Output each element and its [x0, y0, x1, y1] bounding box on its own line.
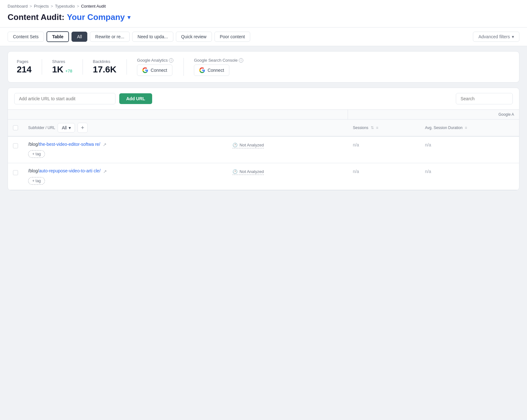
shares-delta: +78: [65, 69, 72, 73]
th-avg-session: Avg. Session Duration ≡: [420, 120, 519, 137]
google-analytics-connect-button[interactable]: Connect: [137, 65, 172, 76]
google-analytics-connect-label: Connect: [151, 68, 167, 73]
main-content: Add URL Google A S: [8, 88, 519, 190]
row2-sessions-cell: n/a: [348, 163, 420, 190]
row2-url-prefix: /blog/: [28, 168, 39, 173]
breadcrumb-projects[interactable]: Projects: [34, 4, 49, 9]
search-wrap: [456, 93, 513, 104]
row2-status-badge[interactable]: 🕐 Not Analyzed: [232, 169, 264, 175]
th-status-group: [227, 110, 348, 120]
breadcrumb: Dashboard > Projects > Typestudio > Cont…: [8, 0, 519, 11]
tab-need-update[interactable]: Need to upda...: [132, 32, 173, 42]
row1-status-label: Not Analyzed: [239, 143, 264, 147]
row2-checkbox-cell: [8, 163, 23, 190]
th-subfolder-url: Subfolder / URL All ▾ +: [23, 120, 227, 137]
google-search-console-connect-button[interactable]: Connect: [194, 65, 229, 76]
row2-external-link-icon[interactable]: ↗: [103, 169, 107, 174]
row2-clock-icon: 🕐: [232, 169, 238, 174]
sessions-sort-icon[interactable]: ⇅: [371, 126, 374, 130]
row2-avg-session-cell: n/a: [420, 163, 519, 190]
tab-content-sets[interactable]: Content Sets: [8, 32, 44, 42]
advanced-filters-button[interactable]: Advanced filters ▾: [473, 32, 519, 42]
backlinks-value: 17.6K: [93, 65, 117, 75]
search-input[interactable]: [456, 93, 513, 104]
row1-checkbox-cell: [8, 136, 23, 163]
row1-sessions-cell: n/a: [348, 136, 420, 163]
google-analytics-section: Google Analytics i Connect: [137, 58, 184, 76]
url-input[interactable]: [14, 93, 115, 104]
row1-avg-session-cell: n/a: [420, 136, 519, 163]
table-wrapper: Google A Subfolder / URL All ▾ +: [8, 110, 519, 190]
stat-shares: Shares 1K +78: [52, 59, 83, 75]
row2-add-tag-button[interactable]: + tag: [28, 177, 45, 185]
tab-all[interactable]: All: [71, 32, 87, 42]
avg-session-filter-icon[interactable]: ≡: [465, 126, 467, 130]
tab-rewrite[interactable]: Rewrite or re...: [90, 32, 130, 42]
row2-status-label: Not Analyzed: [239, 169, 264, 174]
breadcrumb-typestudio[interactable]: Typestudio: [55, 4, 75, 9]
company-dropdown-icon[interactable]: ▾: [127, 14, 130, 21]
breadcrumb-sep-1: >: [30, 4, 32, 9]
google-search-console-logo-icon: [199, 67, 205, 73]
table-body: /blog/the-best-video-editor-softwa re/ ↗…: [8, 136, 519, 190]
row1-url-prefix: /blog/: [28, 142, 39, 147]
th-empty-checkbox: [8, 110, 23, 120]
subfolder-filter-dropdown[interactable]: All ▾: [58, 123, 75, 133]
add-url-button[interactable]: Add URL: [119, 93, 152, 104]
row2-url-path: /blog/auto-repupose-video-to-arti cle/ ↗: [28, 168, 222, 174]
th-sessions[interactable]: Sessions ⇅ ≡: [348, 120, 420, 137]
select-all-checkbox[interactable]: [13, 125, 18, 130]
google-search-console-info-icon[interactable]: i: [239, 58, 243, 63]
tab-table[interactable]: Table: [46, 31, 69, 42]
advanced-filters-label: Advanced filters: [478, 34, 510, 39]
row1-add-tag-button[interactable]: + tag: [28, 150, 45, 158]
nav-tabs: Content Sets Table All Rewrite or re... …: [0, 28, 527, 46]
company-name[interactable]: Your Company: [67, 12, 125, 22]
breadcrumb-sep-3: >: [77, 4, 79, 9]
page-title-text: Content Audit:: [8, 12, 65, 22]
breadcrumb-content-audit: Content Audit: [81, 4, 106, 9]
subfolder-filter-label: All: [62, 125, 67, 130]
google-search-console-label: Google Search Console i: [194, 58, 243, 63]
row1-url-path: /blog/the-best-video-editor-softwa re/ ↗: [28, 142, 222, 147]
page-title: Content Audit: Your Company ▾: [8, 11, 519, 27]
row1-url-cell: /blog/the-best-video-editor-softwa re/ ↗…: [23, 136, 227, 163]
row2-checkbox[interactable]: [13, 170, 18, 175]
th-google-analytics-group: Google A: [348, 110, 519, 120]
tab-poor-content[interactable]: Poor content: [214, 32, 250, 42]
th-subfolder-group: [23, 110, 227, 120]
tab-quick-review[interactable]: Quick review: [176, 32, 212, 42]
row1-status-cell: 🕐 Not Analyzed: [227, 136, 348, 163]
table-row: /blog/the-best-video-editor-softwa re/ ↗…: [8, 136, 519, 163]
content-table: Google A Subfolder / URL All ▾ +: [8, 110, 519, 190]
toolbar: Add URL: [8, 88, 519, 110]
row1-checkbox[interactable]: [13, 143, 18, 148]
th-status: [227, 120, 348, 137]
pages-value: 214: [17, 65, 32, 75]
table-row: /blog/auto-repupose-video-to-arti cle/ ↗…: [8, 163, 519, 190]
backlinks-label: Backlinks: [93, 59, 117, 64]
row2-status-cell: 🕐 Not Analyzed: [227, 163, 348, 190]
google-search-console-section: Google Search Console i Connect: [194, 58, 253, 76]
pages-label: Pages: [17, 59, 32, 64]
sessions-filter-icon[interactable]: ≡: [376, 126, 378, 130]
shares-label: Shares: [52, 59, 72, 64]
table-group-header-row: Google A: [8, 110, 519, 120]
row1-clock-icon: 🕐: [232, 143, 238, 147]
google-analytics-label: Google Analytics i: [137, 58, 173, 63]
add-column-button[interactable]: +: [78, 123, 88, 133]
row2-url-link[interactable]: auto-repupose-video-to-arti cle/: [39, 168, 101, 173]
google-analytics-info-icon[interactable]: i: [169, 58, 173, 63]
th-checkbox-header: [8, 120, 23, 137]
stats-bar: Pages 214 Shares 1K +78 Backlinks 17.6K …: [8, 51, 519, 83]
table-sub-header-row: Subfolder / URL All ▾ + Sessions ⇅ ≡: [8, 120, 519, 137]
breadcrumb-dashboard[interactable]: Dashboard: [8, 4, 28, 9]
row1-url-link[interactable]: the-best-video-editor-softwa re/: [39, 142, 100, 147]
row1-external-link-icon[interactable]: ↗: [103, 142, 107, 147]
stat-backlinks: Backlinks 17.6K: [93, 59, 127, 75]
advanced-filters-chevron-icon: ▾: [512, 34, 514, 39]
breadcrumb-sep-2: >: [51, 4, 53, 9]
row1-status-badge[interactable]: 🕐 Not Analyzed: [232, 143, 264, 148]
google-logo-icon: [142, 67, 148, 73]
stat-pages: Pages 214: [17, 59, 42, 75]
